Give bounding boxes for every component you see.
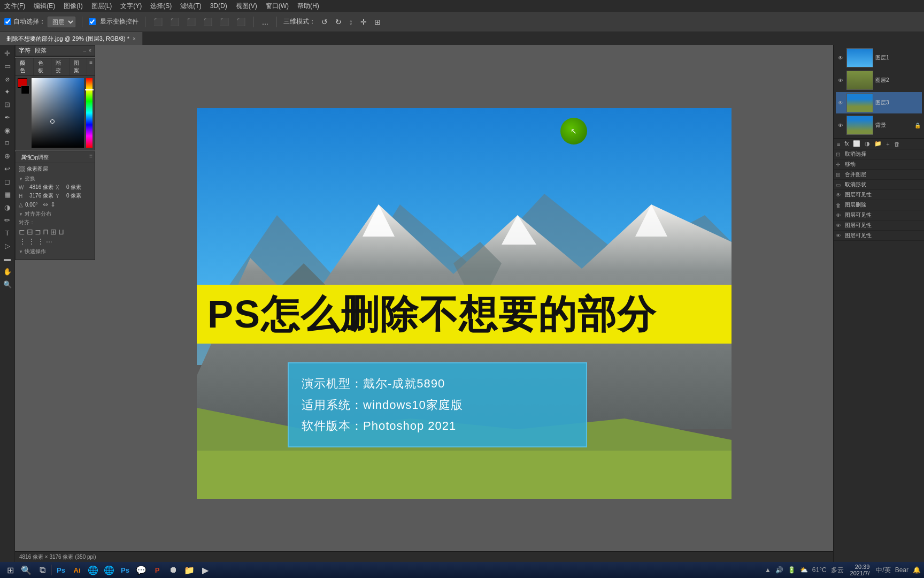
brush-tool[interactable]: ⌑ xyxy=(2,137,13,149)
layer-2-eye[interactable]: 👁 xyxy=(837,77,844,84)
add-mask-icon[interactable]: ⬜ xyxy=(852,140,861,148)
taskbar-clock[interactable]: 20:39 2021/7/ xyxy=(847,564,873,576)
action-merge[interactable]: ⊞ 合并图层 xyxy=(834,170,924,180)
crop-tool[interactable]: ⊡ xyxy=(2,98,13,110)
history-tool[interactable]: ↩ xyxy=(2,163,13,174)
align-v-center-icon[interactable]: ⊞ xyxy=(50,227,57,236)
taskbar-ps2[interactable]: Ps xyxy=(117,562,133,577)
menu-text[interactable]: 文字(Y) xyxy=(120,2,142,11)
flip-v-icon[interactable]: ⇕ xyxy=(50,201,56,208)
move-tool[interactable]: ✛ xyxy=(2,47,13,59)
taskbar-browser2[interactable]: 🌐 xyxy=(101,562,117,577)
lasso-tool[interactable]: ⌀ xyxy=(2,73,13,85)
add-adjustment-icon[interactable]: ◑ xyxy=(864,140,871,148)
select-tool[interactable]: ▭ xyxy=(2,60,13,72)
hand-tool[interactable]: ✋ xyxy=(2,265,13,277)
action-visibility-3[interactable]: 👁 图层可见性 xyxy=(834,220,924,231)
color-tab-color[interactable]: 颜色 xyxy=(16,58,34,75)
mode-icon-4[interactable]: ✛ xyxy=(359,17,368,27)
taskbar-explorer[interactable]: 📁 xyxy=(181,562,197,577)
color-tab-gradient[interactable]: 渐变 xyxy=(51,58,70,75)
active-tab[interactable]: 删除不想要的部分.jpg @ 29% (图层3, RGB/8) * × xyxy=(0,32,143,45)
magic-wand-tool[interactable]: ✦ xyxy=(2,86,13,97)
mode-icon-3[interactable]: ↕ xyxy=(348,17,355,27)
show-controls-checkbox[interactable] xyxy=(89,18,96,25)
shape-tool[interactable]: ▬ xyxy=(2,253,13,264)
align-top-edge-icon[interactable]: ⊓ xyxy=(43,227,49,236)
action-move[interactable]: ✛ 移动 xyxy=(834,159,924,170)
align-bottom-icon[interactable]: ⬛ xyxy=(235,17,247,27)
align-left-icon[interactable]: ⬛ xyxy=(152,17,164,27)
taskbar-ime[interactable]: 中/英 xyxy=(875,566,891,575)
taskbar-search[interactable]: 🔍 xyxy=(18,562,34,577)
canvas-area[interactable]: PS怎么删除不想要的部分 演示机型：戴尔-成就5890 适用系统：windows… xyxy=(15,45,924,562)
tab-close-btn[interactable]: × xyxy=(133,36,136,42)
taskbar-browser1[interactable]: 🌐 xyxy=(85,562,101,577)
clone-tool[interactable]: ⊕ xyxy=(2,150,13,162)
action-visibility-2[interactable]: 👁 图层可见性 xyxy=(834,210,924,220)
align-h-center-icon[interactable]: ⊟ xyxy=(27,227,33,236)
taskbar-notifications[interactable]: 🔔 xyxy=(912,566,922,574)
menu-layer[interactable]: 图层(L) xyxy=(91,2,112,11)
layers-options-icon[interactable]: ≡ xyxy=(836,140,841,148)
taskbar-record[interactable]: ⏺ xyxy=(165,562,181,577)
props-panel-menu[interactable]: ≡ xyxy=(89,153,93,162)
text-tool[interactable]: T xyxy=(2,227,13,239)
align-right-edge-icon[interactable]: ⊐ xyxy=(35,227,41,236)
menu-select[interactable]: 选择(S) xyxy=(150,2,172,11)
action-delete[interactable]: 🗑 图层删除 xyxy=(834,200,924,210)
props-align-header[interactable]: ▼ 对齐并分布 xyxy=(19,210,91,218)
zoom-tool[interactable]: 🔍 xyxy=(2,278,13,290)
align-middle-icon[interactable]: ⬛ xyxy=(218,17,230,27)
menu-window[interactable]: 窗口(W) xyxy=(266,2,289,11)
taskbar-weather[interactable]: ⛅ xyxy=(799,566,809,574)
fx-label[interactable]: fx xyxy=(844,141,849,147)
align-center-icon[interactable]: ⬛ xyxy=(168,17,181,27)
mode-icon-5[interactable]: ⊞ xyxy=(373,17,382,27)
action-visibility-4[interactable]: 👁 图层可见性 xyxy=(834,231,924,241)
auto-select-checkbox[interactable] xyxy=(4,18,11,25)
layer-thumb-1[interactable]: 👁 图层1 xyxy=(836,47,922,69)
delete-layer-icon[interactable]: 🗑 xyxy=(893,140,901,148)
taskbar-battery[interactable]: 🔋 xyxy=(787,566,797,574)
menu-file[interactable]: 文件(F) xyxy=(4,2,25,11)
background-swatch[interactable] xyxy=(21,86,29,94)
add-layer-icon[interactable]: + xyxy=(885,140,890,148)
char-tab[interactable]: 字符 xyxy=(19,47,30,55)
spot-heal-tool[interactable]: ◉ xyxy=(2,124,13,136)
align-right-icon[interactable]: ⬛ xyxy=(185,17,197,27)
taskbar-network[interactable]: ▲ xyxy=(764,566,772,574)
more-dist-icon[interactable]: ··· xyxy=(46,237,52,246)
mode-icon-2[interactable]: ↻ xyxy=(334,17,343,27)
distribute-right-icon[interactable]: ⋮ xyxy=(37,237,44,246)
taskbar-ppt[interactable]: P xyxy=(149,562,165,577)
dodge-tool[interactable]: ◑ xyxy=(2,201,13,213)
align-bottom-edge-icon[interactable]: ⊔ xyxy=(58,227,64,236)
taskbar-taskview[interactable]: ⧉ xyxy=(34,562,50,577)
pen-tool[interactable]: ✏ xyxy=(2,214,13,226)
taskbar-bear[interactable]: Bear xyxy=(894,566,910,574)
align-top-icon[interactable]: ⬛ xyxy=(202,17,214,27)
color-tab-pattern[interactable]: 图案 xyxy=(70,58,88,75)
distribute-left-icon[interactable]: ⋮ xyxy=(19,237,26,246)
action-cancel-shape[interactable]: ▭ 取消形状 xyxy=(834,180,924,190)
taskbar-wechat[interactable]: 💬 xyxy=(133,562,149,577)
taskbar-start[interactable]: ⊞ xyxy=(2,562,18,577)
layer-3-eye[interactable]: 👁 xyxy=(837,99,844,107)
eraser-tool[interactable]: ◻ xyxy=(2,176,13,187)
gradient-tool[interactable]: ▦ xyxy=(2,188,13,200)
align-left-edge-icon[interactable]: ⊏ xyxy=(19,227,25,236)
props-transform-header[interactable]: ▼ 变换 xyxy=(19,175,91,182)
layer-thumb-3[interactable]: 👁 图层3 xyxy=(836,92,922,113)
color-tab-swatches[interactable]: 色板 xyxy=(34,58,52,75)
menu-help[interactable]: 帮助(H) xyxy=(297,2,319,11)
more-icon[interactable]: ... xyxy=(260,17,270,27)
auto-select-dropdown[interactable]: 图层 xyxy=(48,17,75,27)
taskbar-media[interactable]: ▶ xyxy=(197,562,213,577)
mode-icon-1[interactable]: ↺ xyxy=(320,17,329,27)
layer-1-eye[interactable]: 👁 xyxy=(837,54,844,62)
hue-strip[interactable] xyxy=(86,78,93,148)
menu-filter[interactable]: 滤镜(T) xyxy=(180,2,201,11)
props-quick-header[interactable]: ▼ 快速操作 xyxy=(19,248,91,255)
distribute-center-icon[interactable]: ⋮ xyxy=(28,237,35,246)
